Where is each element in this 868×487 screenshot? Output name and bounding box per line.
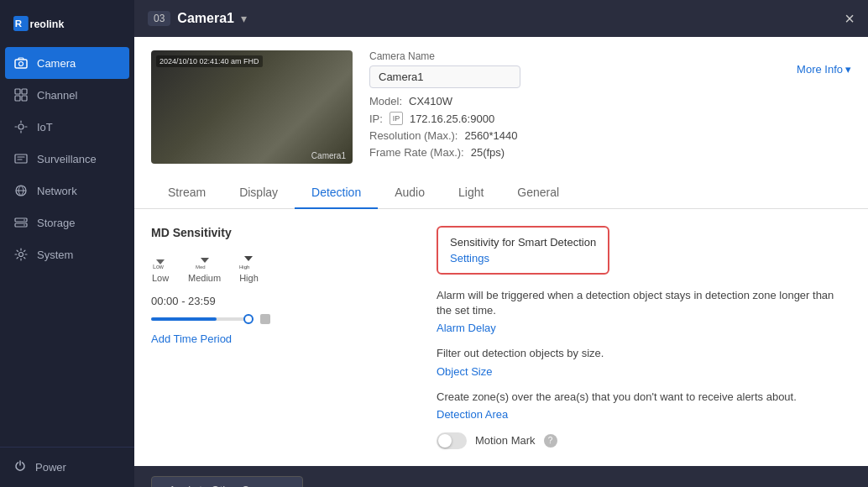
model-label: Model: (369, 95, 402, 107)
right-panel: Sensitivity for Smart Detection Settings… (437, 226, 851, 449)
chevron-down-icon[interactable]: ▾ (241, 12, 247, 25)
motion-mark-toggle[interactable] (437, 432, 467, 449)
zone-desc: Create zone(s) over the area(s) that you… (437, 390, 851, 405)
camera-details: Camera Name More Info ▾ Model: CX410W IP… (369, 50, 851, 164)
time-range: 00:00 - 23:59 (151, 295, 403, 307)
low-sensitivity: Low Low (151, 251, 170, 283)
power-label: Power (35, 461, 66, 474)
slider-fill (151, 317, 217, 321)
object-size-link[interactable]: Object Size (437, 365, 851, 378)
tab-audio[interactable]: Audio (378, 177, 442, 209)
sidebar-item-iot[interactable]: IoT (0, 111, 134, 143)
logo: R reolink (0, 0, 134, 47)
md-sensitivity-title: MD Sensitivity (151, 226, 403, 239)
power-button[interactable]: Power (0, 447, 134, 487)
slider-container (151, 314, 403, 324)
detection-area-link[interactable]: Detection Area (437, 408, 851, 421)
toggle-thumb (438, 434, 452, 448)
header-left: 03 Camera1 ▾ (148, 11, 247, 26)
slider-thumb[interactable] (243, 314, 254, 324)
header-camera-name: Camera1 (177, 11, 234, 26)
tab-stream[interactable]: Stream (151, 177, 222, 209)
svg-rect-12 (15, 218, 27, 222)
tab-detection[interactable]: Detection (295, 177, 378, 209)
resolution-label: Resolution (Max.): (369, 129, 458, 142)
sidebar-item-surveillance[interactable]: Surveillance (0, 143, 134, 175)
svg-text:Low: Low (153, 264, 165, 270)
storage-icon (13, 215, 29, 230)
apply-other-cameras-button[interactable]: Apply to Other Cameras (151, 476, 303, 487)
alarm-delay-link[interactable]: Alarm Delay (437, 322, 851, 334)
tab-light[interactable]: Light (442, 177, 500, 209)
left-panel: MD Sensitivity Low Low Med Medium High H… (151, 226, 403, 449)
svg-rect-3 (15, 60, 27, 68)
motion-mark-label: Motion Mark (475, 434, 536, 447)
camera-name-section: Camera Name (369, 50, 520, 88)
medium-sensitivity: Med Medium (188, 251, 221, 283)
sidebar-nav: Camera Channel IoT Surveillance Network (0, 47, 134, 447)
tab-content: MD Sensitivity Low Low Med Medium High H… (134, 209, 868, 466)
framerate-label: Frame Rate (Max.): (369, 146, 464, 159)
filter-desc: Filter out detection objects by size. (437, 346, 851, 361)
ip-icon: IP (390, 112, 403, 125)
sidebar-item-iot-label: IoT (37, 121, 53, 134)
tab-general[interactable]: General (500, 177, 576, 209)
svg-text:reolink: reolink (30, 18, 65, 30)
sidebar-item-camera[interactable]: Camera (5, 47, 129, 79)
camera-icon (13, 55, 29, 71)
svg-rect-5 (15, 89, 20, 94)
svg-rect-8 (22, 96, 27, 101)
chevron-down-icon-info: ▾ (845, 63, 851, 76)
alarm-delay-item: Alarm will be triggered when a detection… (437, 288, 851, 334)
sidebar-item-camera-label: Camera (37, 57, 76, 70)
model-row: Model: CX410W (369, 95, 851, 107)
framerate-row: Frame Rate (Max.): 25(fps) (369, 146, 851, 159)
framerate-value: 25(fps) (471, 146, 505, 159)
svg-rect-13 (15, 223, 27, 227)
sidebar-item-storage-label: Storage (37, 217, 76, 229)
sidebar-item-storage[interactable]: Storage (0, 207, 134, 238)
sidebar-item-network[interactable]: Network (0, 175, 134, 207)
camera-name-input[interactable] (369, 65, 520, 88)
content-area: 2024/10/10 02:41:40 am FHD Camera1 Camer… (134, 37, 868, 466)
sidebar-item-channel-label: Channel (37, 89, 77, 102)
svg-text:High: High (239, 264, 249, 270)
help-icon[interactable]: ? (544, 434, 557, 448)
svg-point-4 (19, 62, 24, 66)
system-icon (13, 247, 29, 262)
main-panel: 03 Camera1 ▾ × 2024/10/10 02:41:40 am FH… (134, 0, 868, 487)
iot-icon (13, 119, 29, 134)
model-value: CX410W (409, 95, 452, 107)
power-icon (13, 459, 27, 475)
name-label: Camera Name (369, 50, 520, 62)
svg-point-16 (19, 253, 24, 257)
tab-display[interactable]: Display (222, 177, 295, 209)
svg-text:Med: Med (196, 264, 206, 270)
channel-icon (13, 87, 29, 102)
ip-value: 172.16.25.6:9000 (410, 113, 494, 125)
time-slider-section: 00:00 - 23:59 Add Time Period (151, 295, 403, 345)
smart-detection-box: Sensitivity for Smart Detection Settings (437, 226, 609, 275)
object-size-item: Filter out detection objects by size. Ob… (437, 346, 851, 377)
svg-point-15 (24, 224, 25, 226)
svg-point-9 (18, 124, 24, 129)
svg-text:R: R (15, 18, 23, 29)
more-info-link[interactable]: More Info ▾ (797, 63, 851, 76)
sidebar-item-surveillance-label: Surveillance (37, 153, 97, 165)
slider-track[interactable] (151, 317, 252, 321)
detection-area-item: Create zone(s) over the area(s) that you… (437, 390, 851, 421)
close-button[interactable]: × (844, 10, 855, 27)
preview-timestamp: 2024/10/10 02:41:40 am FHD (156, 55, 263, 67)
settings-link[interactable]: Settings (450, 252, 596, 264)
sidebar-item-network-label: Network (37, 185, 77, 197)
svg-rect-10 (15, 154, 27, 163)
sidebar-item-channel[interactable]: Channel (0, 79, 134, 111)
camera-preview: 2024/10/10 02:41:40 am FHD Camera1 (151, 50, 353, 164)
sidebar-item-system[interactable]: System (0, 238, 134, 270)
add-time-period-link[interactable]: Add Time Period (151, 333, 403, 345)
camera-badge: 03 (148, 11, 170, 26)
camera-name-row: Camera Name More Info ▾ (369, 50, 851, 88)
ip-label: IP: (369, 113, 383, 125)
svg-rect-6 (22, 89, 27, 94)
ip-row: IP: IP 172.16.25.6:9000 (369, 112, 851, 125)
